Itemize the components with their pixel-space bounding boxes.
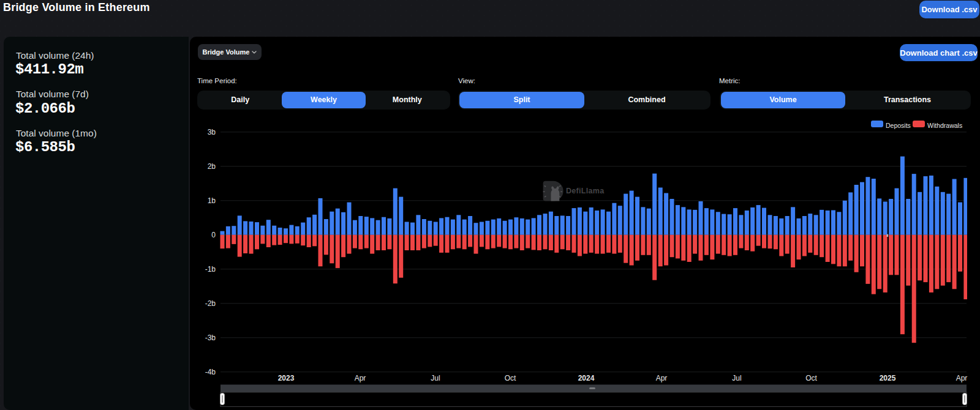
svg-text:Apr: Apr xyxy=(956,374,968,382)
svg-text:Oct: Oct xyxy=(805,374,817,382)
svg-text:0: 0 xyxy=(211,231,216,239)
svg-text:Jul: Jul xyxy=(431,374,440,382)
svg-text:Apr: Apr xyxy=(656,374,668,382)
svg-text:Jul: Jul xyxy=(732,374,741,382)
svg-text:2025: 2025 xyxy=(880,374,896,382)
svg-text:2b: 2b xyxy=(208,162,216,171)
svg-text:-4b: -4b xyxy=(205,368,216,376)
svg-text:3b: 3b xyxy=(208,128,216,136)
svg-text:2023: 2023 xyxy=(278,374,295,382)
svg-text:-3b: -3b xyxy=(205,334,216,342)
svg-text:-2b: -2b xyxy=(205,299,216,308)
svg-text:Oct: Oct xyxy=(505,374,516,382)
svg-text:-1b: -1b xyxy=(205,265,216,274)
svg-text:Apr: Apr xyxy=(355,374,366,382)
svg-text:1b: 1b xyxy=(208,196,216,205)
svg-text:DefiLlama: DefiLlama xyxy=(566,187,605,195)
svg-text:2024: 2024 xyxy=(578,374,595,382)
